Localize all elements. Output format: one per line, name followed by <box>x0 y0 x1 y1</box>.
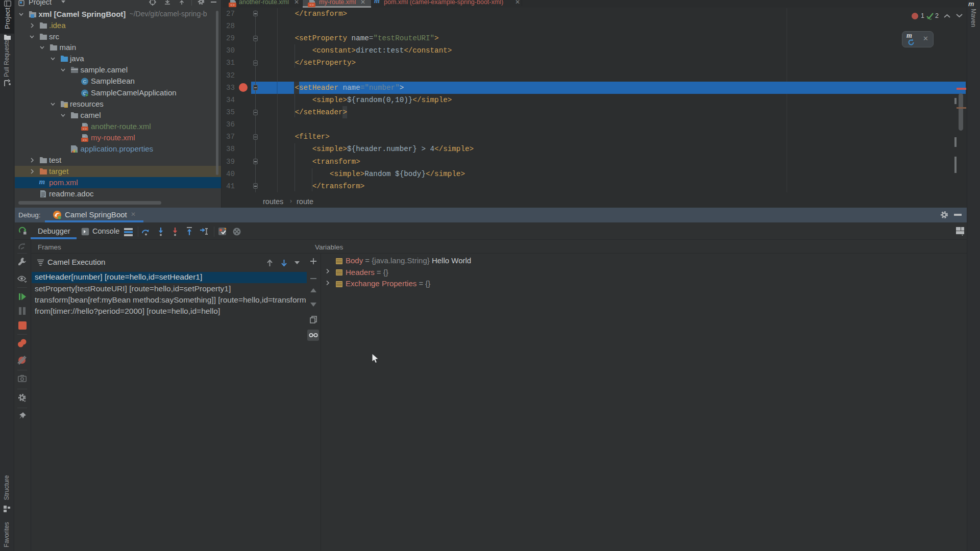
svg-text:<>: <> <box>230 3 235 7</box>
svg-text:<>: <> <box>82 138 86 142</box>
svg-text:C: C <box>83 79 86 84</box>
svg-text:<>: <> <box>309 3 314 7</box>
svg-text:<>: <> <box>82 127 86 131</box>
